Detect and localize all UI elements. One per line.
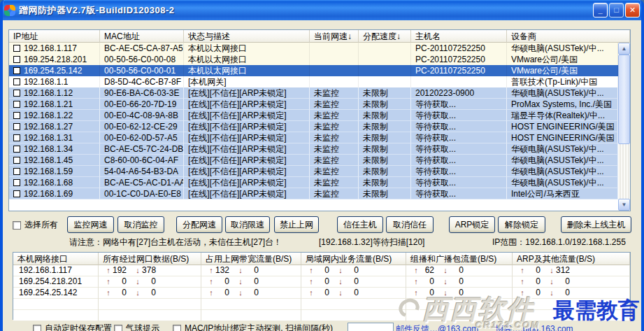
download-value: 312 xyxy=(556,265,577,276)
close-button[interactable]: ✕ xyxy=(625,3,640,17)
host-row[interactable]: 192.168.1.6900-1C-C0-DA-E0-E8[在线][不信任][A… xyxy=(9,188,618,199)
host-column-header[interactable]: MAC地址 xyxy=(100,30,184,43)
host-cell-vendor: ProMax Systems, Inc./美国 xyxy=(507,99,618,110)
host-row[interactable]: 192.168.1.34BC-AE-C5-7C-24-DB[在线][不信任][A… xyxy=(9,143,618,155)
row-checkbox[interactable] xyxy=(13,56,20,63)
row-checkbox[interactable] xyxy=(13,168,20,175)
traffic-cell-flow xyxy=(301,299,406,310)
traffic-column-header[interactable]: ARP及其他流量(B/S) xyxy=(513,253,630,265)
cancel-limit-button[interactable]: 取消限速 xyxy=(225,216,270,233)
scan-interval-input[interactable] xyxy=(348,323,394,331)
window-controls: _ □ ✕ xyxy=(593,3,640,17)
host-row[interactable]: 192.168.1.2100-E0-66-20-7D-19[在线][不信任][A… xyxy=(9,99,618,110)
ban-internet-button[interactable]: 禁止上网 xyxy=(274,216,319,233)
traffic-cell-iface: 192.168.1.117 xyxy=(13,265,99,276)
host-row[interactable]: 169.254.25.14200-50-56-C0-00-01本机以太网接口PC… xyxy=(9,65,618,76)
traffic-table: 本机网络接口所有经过网口数据(B/S)占用上网带宽流量(B/S)局域网内业务流量… xyxy=(13,252,631,320)
row-checkbox[interactable] xyxy=(13,190,20,197)
ip-text: 192.168.1.22 xyxy=(24,110,73,121)
row-checkbox[interactable] xyxy=(13,78,20,85)
traffic-row[interactable]: 192.168.1.117↑192↓378↑132↓0↑0↓0↑62↓0↑0↓3… xyxy=(13,265,630,276)
traffic-cell-flow: ↑0↓0 xyxy=(513,276,630,288)
host-cell-host: 等待获取... xyxy=(411,99,507,110)
host-cell-status: 本机以太网接口 xyxy=(184,43,310,54)
host-row[interactable]: 192.168.1.117BC-AE-C5-CA-87-A5本机以太网接口PC-… xyxy=(9,43,618,54)
scroll-down-icon[interactable]: ▼ xyxy=(618,199,630,211)
host-row[interactable]: 192.168.1.1290-E6-BA-C6-03-3E[在线][不信任][A… xyxy=(9,87,618,99)
autosave-checkbox[interactable] xyxy=(33,325,41,331)
host-row[interactable]: 192.168.1.5954-04-A6-54-B3-DA[在线][不信任][A… xyxy=(9,166,618,177)
trust-host-button[interactable]: 信任主机 xyxy=(337,216,383,233)
row-checkbox[interactable] xyxy=(13,112,20,119)
minimize-button[interactable]: _ xyxy=(593,3,608,17)
balloon-option[interactable]: 气球提示 xyxy=(114,323,159,331)
monitor-speed-button[interactable]: 监控网速 xyxy=(67,216,114,233)
row-checkbox[interactable] xyxy=(13,101,20,108)
traffic-cell-flow: ↑0↓0 xyxy=(406,288,513,299)
row-checkbox[interactable] xyxy=(13,67,20,74)
feedback-links[interactable]: 邮件反馈…@163.com 博客….blog.163.com xyxy=(396,323,573,331)
toolbar: 选择所有 监控网速取消监控分配网速取消限速禁止上网信任主机取消信任ARP锁定解除… xyxy=(3,214,641,234)
row-checkbox[interactable] xyxy=(13,90,20,97)
mac-bind-checkbox[interactable] xyxy=(173,325,181,331)
autosave-option[interactable]: 自动定时保存配置 xyxy=(33,323,112,331)
assign-speed-button[interactable]: 分配网速 xyxy=(176,216,222,233)
host-cell-host: 等待获取... xyxy=(411,121,507,132)
down-arrow-icon: ↓ xyxy=(236,276,245,287)
cancel-monitor-button[interactable]: 取消监控 xyxy=(117,216,164,233)
traffic-column-header[interactable]: 本机网络接口 xyxy=(13,253,99,265)
up-arrow-icon: ↑ xyxy=(104,265,113,276)
host-column-header[interactable]: 当前网速↓ xyxy=(310,30,359,43)
delete-offline-button[interactable]: 删除未上线主机 xyxy=(561,216,631,233)
select-all-checkbox[interactable] xyxy=(13,221,21,230)
scroll-up-icon[interactable]: ▲ xyxy=(618,43,630,55)
row-checkbox[interactable] xyxy=(13,179,20,186)
vertical-scrollbar[interactable]: ▲ ▼ xyxy=(618,43,630,211)
host-column-header[interactable]: IP地址 xyxy=(9,30,100,43)
up-arrow-icon: ↑ xyxy=(104,288,113,298)
host-row[interactable]: 192.168.1.1D8-5D-4C-6C-B7-8F[本机网关]普联技术(T… xyxy=(9,76,618,87)
host-column-header[interactable]: 状态与描述 xyxy=(184,30,310,43)
traffic-column-header[interactable]: 局域网内业务流量(B/S) xyxy=(301,253,406,265)
arp-lock-button[interactable]: ARP锁定 xyxy=(449,216,495,233)
traffic-cell-flow: ↑0↓0 xyxy=(301,288,406,299)
host-cell-mac: 00-50-56-C0-00-01 xyxy=(100,65,184,76)
mac-bind-option[interactable]: MAC/IP地址绑定主动探测, 扫描间隔(秒) xyxy=(173,323,333,331)
host-column-header[interactable]: 设备商 xyxy=(507,30,630,43)
row-checkbox[interactable] xyxy=(13,146,20,153)
maximize-button[interactable]: □ xyxy=(609,3,624,17)
traffic-column-header[interactable]: 组播和广播包流量(B/S) xyxy=(406,253,513,265)
cancel-trust-button[interactable]: 取消信任 xyxy=(386,216,434,233)
traffic-column-header[interactable]: 占用上网带宽流量(B/S) xyxy=(201,253,301,265)
host-cell-vendor: 华硕电脑(ASUSTek)/中... xyxy=(507,166,618,177)
ip-text: 192.168.1.27 xyxy=(24,121,73,132)
select-all-group[interactable]: 选择所有 xyxy=(13,219,58,231)
row-checkbox[interactable] xyxy=(13,123,20,130)
host-row[interactable]: 192.168.1.2200-E0-4C-08-9A-8B[在线][不信任][A… xyxy=(9,110,618,121)
row-checkbox[interactable] xyxy=(13,134,20,141)
host-cell-mac: C8-60-00-6C-04-AF xyxy=(100,155,184,166)
host-row[interactable]: 192.168.1.45C8-60-00-6C-04-AF[在线][不信任][A… xyxy=(9,155,618,166)
host-cell-ip: 192.168.1.21 xyxy=(9,99,100,110)
host-column-header[interactable]: 分配速度↓ xyxy=(359,30,411,43)
traffic-cell-flow: ↑0↓0 xyxy=(301,276,406,288)
host-cell-mac: BC-AE-C5-AC-D1-AA xyxy=(100,177,184,188)
host-row[interactable]: 192.168.1.2700-E0-62-12-CE-29[在线][不信任][A… xyxy=(9,121,618,132)
host-row[interactable]: 192.168.1.68BC-AE-C5-AC-D1-AA[在线][不信任][A… xyxy=(9,177,618,188)
row-checkbox[interactable] xyxy=(13,157,20,164)
title-bar[interactable]: 蹭网防护器V2.7版-BuildID120308-2 _ □ ✕ xyxy=(0,0,644,20)
balloon-checkbox[interactable] xyxy=(114,325,122,331)
scrollbar-thumb[interactable] xyxy=(618,55,630,144)
traffic-row[interactable]: 169.254.25.142↑0↓0↑0↓0↑0↓0↑0↓0↑0↓0 xyxy=(13,288,630,299)
down-arrow-icon: ↓ xyxy=(441,288,450,298)
traffic-row[interactable]: 169.254.218.201↑0↓0↑0↓0↑0↓0↑0↓0↑0↓0 xyxy=(13,276,630,288)
host-cell-ip: 192.168.1.12 xyxy=(9,87,100,99)
row-checkbox[interactable] xyxy=(13,45,20,52)
host-row[interactable]: 192.168.1.3100-E0-62-0D-57-A5[在线][不信任][A… xyxy=(9,132,618,143)
host-row[interactable]: 169.254.218.20100-50-56-C0-00-08本机以太网接口P… xyxy=(9,54,618,65)
traffic-column-header[interactable]: 所有经过网口数据(B/S) xyxy=(99,253,201,265)
host-cell-speed xyxy=(310,54,359,65)
unlock-button[interactable]: 解除锁定 xyxy=(498,216,545,233)
host-cell-host: 20120223-0900 xyxy=(411,87,507,99)
host-column-header[interactable]: 主机名 xyxy=(411,30,507,43)
